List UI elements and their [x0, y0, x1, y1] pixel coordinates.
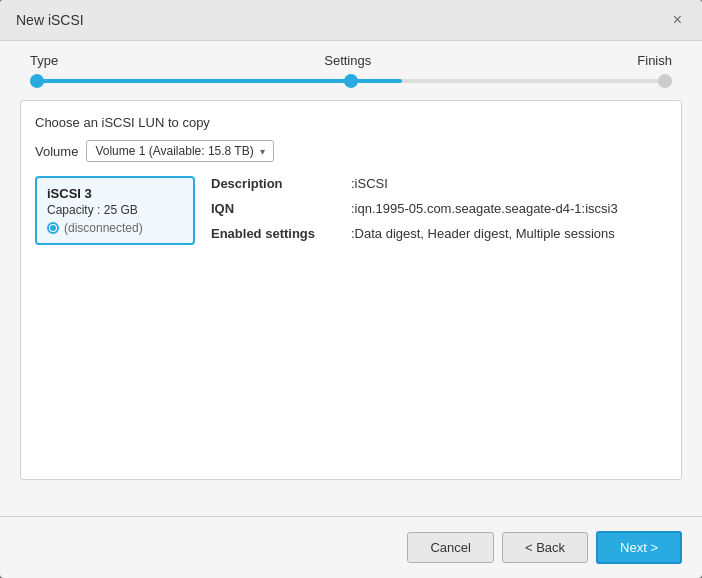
- detail-row: Description:iSCSI: [211, 176, 667, 191]
- detail-value: :iqn.1995-05.com.seagate.seagate-d4-1:is…: [351, 201, 618, 216]
- content-box: Choose an iSCSI LUN to copy Volume Volum…: [20, 100, 682, 480]
- lun-capacity-value: 25 GB: [104, 203, 138, 217]
- choose-label: Choose an iSCSI LUN to copy: [35, 115, 667, 130]
- lun-list: iSCSI 3 Capacity : 25 GB (disconnected): [35, 176, 195, 251]
- lun-capacity: Capacity : 25 GB: [47, 203, 183, 217]
- dialog-footer: Cancel < Back Next >: [0, 516, 702, 578]
- lun-status: (disconnected): [47, 221, 183, 235]
- cancel-button[interactable]: Cancel: [407, 532, 493, 563]
- next-button[interactable]: Next >: [596, 531, 682, 564]
- detail-label: IQN: [211, 201, 351, 216]
- lun-details: Description:iSCSIIQN:iqn.1995-05.com.sea…: [211, 176, 667, 251]
- volume-select-value: Volume 1 (Available: 15.8 TB): [95, 144, 253, 158]
- detail-label: Description: [211, 176, 351, 191]
- volume-label: Volume: [35, 144, 78, 159]
- lun-capacity-label: Capacity :: [47, 203, 100, 217]
- close-button[interactable]: ×: [669, 10, 686, 30]
- dialog-body: Choose an iSCSI LUN to copy Volume Volum…: [0, 90, 702, 516]
- step-dot-finish: [658, 74, 672, 88]
- radio-selected-icon: [47, 222, 59, 234]
- step-label-finish: Finish: [637, 53, 672, 68]
- back-button[interactable]: < Back: [502, 532, 588, 563]
- main-content: iSCSI 3 Capacity : 25 GB (disconnected) …: [35, 176, 667, 251]
- step-dots: [30, 74, 672, 88]
- lun-status-text: (disconnected): [64, 221, 143, 235]
- detail-value: :iSCSI: [351, 176, 388, 191]
- step-label-type: Type: [30, 53, 58, 68]
- dialog-title: New iSCSI: [16, 12, 84, 28]
- volume-select-dropdown[interactable]: Volume 1 (Available: 15.8 TB) ▾: [86, 140, 273, 162]
- volume-row: Volume Volume 1 (Available: 15.8 TB) ▾: [35, 140, 667, 162]
- dialog-header: New iSCSI ×: [0, 0, 702, 41]
- detail-value: :Data digest, Header digest, Multiple se…: [351, 226, 615, 241]
- lun-name: iSCSI 3: [47, 186, 183, 201]
- detail-label: Enabled settings: [211, 226, 351, 241]
- new-iscsi-dialog: New iSCSI × Type Settings Finish Choose …: [0, 0, 702, 578]
- detail-row: IQN:iqn.1995-05.com.seagate.seagate-d4-1…: [211, 201, 667, 216]
- lun-item[interactable]: iSCSI 3 Capacity : 25 GB (disconnected): [35, 176, 195, 245]
- chevron-down-icon: ▾: [260, 146, 265, 157]
- step-dot-settings: [344, 74, 358, 88]
- step-label-settings: Settings: [324, 53, 371, 68]
- step-dot-type: [30, 74, 44, 88]
- detail-row: Enabled settings:Data digest, Header dig…: [211, 226, 667, 241]
